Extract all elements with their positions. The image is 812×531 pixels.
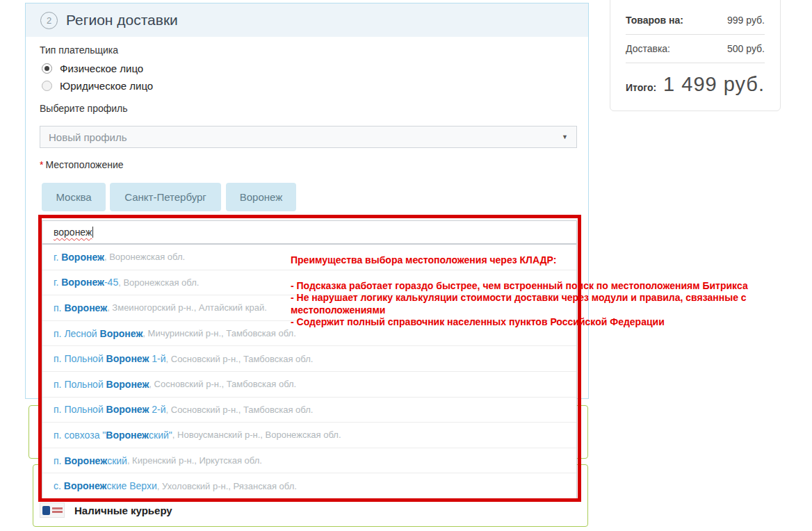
suggestion-match: Воронеж: [100, 328, 143, 339]
location-label: *Местоположение: [40, 159, 124, 170]
suggestion-before: Польной: [64, 353, 106, 364]
items-total-label: Товаров на:: [626, 15, 683, 26]
suggestion-prefix: п.: [54, 302, 64, 313]
cash-courier-logo-icon: [40, 503, 65, 518]
suggestion-prefix: п.: [54, 379, 64, 390]
suggestion-match: Воронеж: [106, 353, 149, 364]
suggestion-match: Воронеж: [64, 455, 107, 466]
suggestion-region: , Воронежская обл.: [104, 252, 185, 262]
city-button-voronezh[interactable]: Воронеж: [226, 183, 296, 211]
suggestion-match: Воронеж: [64, 480, 107, 491]
suggestion-after: -45: [104, 277, 118, 288]
suggestion-prefix: п.: [54, 404, 64, 415]
suggestion-item[interactable]: п. Воронеж, Змеиногорский р-н., Алтайски…: [42, 295, 576, 320]
grand-total-label: Итого:: [626, 82, 656, 93]
payment-method-label: Наличные курьеру: [74, 505, 172, 516]
required-asterisk: *: [40, 159, 43, 170]
suggestion-match: Воронеж: [106, 430, 149, 441]
suggestion-match: Воронеж: [64, 302, 107, 313]
location-search-value: воронеж: [54, 227, 92, 238]
suggestion-region: , Змеиногорский р-н., Алтайский край.: [107, 302, 267, 313]
divider: [626, 34, 765, 35]
suggestion-region: , Новоусманский р-н., Воронежская обл.: [172, 430, 341, 440]
suggestion-match: Воронеж: [106, 404, 149, 415]
text-cursor: [92, 227, 93, 238]
suggestion-item[interactable]: п. совхоза "Воронежский", Новоусманский …: [42, 422, 576, 448]
suggestion-region: , Киренский р-н., Иркутская обл.: [127, 455, 262, 466]
profile-select[interactable]: Новый профиль ▼: [40, 126, 577, 148]
suggestion-before: Лесной: [64, 328, 99, 339]
payment-method-cash-courier[interactable]: Наличные курьеру: [40, 503, 172, 518]
payer-type-label: Тип плательщика: [40, 44, 118, 56]
suggestion-match: Воронеж: [106, 379, 149, 390]
delivery-cost-value: 500 руб.: [727, 43, 765, 54]
profile-selected-value: Новый профиль: [49, 131, 127, 143]
city-button-moscow[interactable]: Москва: [42, 183, 106, 211]
city-button-spb[interactable]: Санкт-Петербург: [110, 183, 221, 211]
suggestion-prefix: п.: [54, 430, 64, 441]
suggestion-item[interactable]: г. Воронеж, Воронежская обл.: [42, 245, 576, 270]
suggestion-region: , Ухоловский р-н., Рязанская обл.: [157, 481, 297, 491]
radio-label: Юридическое лицо: [60, 80, 153, 92]
suggestion-item[interactable]: п. Воронежский, Киренский р-н., Иркутска…: [42, 448, 576, 473]
suggestion-prefix: с.: [54, 480, 64, 491]
delivery-cost-label: Доставка:: [626, 43, 670, 54]
suggestion-item[interactable]: г. Воронеж-45, Воронежская обл.: [42, 270, 576, 295]
profile-label: Выберите профиль: [40, 103, 128, 114]
suggestion-region: , Сосновский р-н., Тамбовская обл.: [166, 354, 314, 364]
suggestion-prefix: г.: [54, 252, 61, 263]
location-search-input[interactable]: воронеж: [42, 220, 577, 244]
suggestion-match: Воронеж: [61, 252, 104, 263]
suggestion-region: , Мичуринский р-н., Тамбовская обл.: [143, 328, 295, 338]
step-number-badge: 2: [40, 12, 58, 29]
suggestion-match: Воронеж: [61, 277, 104, 288]
payer-type-radio-individual[interactable]: Физическое лицо: [42, 63, 143, 74]
suggestion-prefix: п.: [54, 328, 64, 339]
suggestion-region: , Сосновский р-н., Тамбовская обл.: [149, 379, 296, 389]
suggestion-item[interactable]: п. Лесной Воронеж, Мичуринский р-н., Там…: [42, 320, 576, 346]
suggestion-item[interactable]: с. Воронежские Верхи, Ухоловский р-н., Р…: [42, 473, 576, 498]
suggestion-item[interactable]: п. Польной Воронеж 2-й, Сосновский р-н.,…: [42, 397, 576, 423]
radio-unselected-icon[interactable]: [42, 81, 52, 91]
suggestion-after: ские Верхи: [107, 480, 157, 491]
suggestion-after: ский": [149, 430, 172, 441]
divider: [626, 63, 765, 63]
suggestion-before: Польной: [64, 379, 106, 390]
suggestion-after: 1-й: [149, 353, 165, 364]
chevron-down-icon: ▼: [562, 133, 568, 140]
suggestion-before: Польной: [64, 404, 106, 415]
suggestion-region: , Воронежская обл.: [118, 277, 199, 288]
radio-selected-icon[interactable]: [42, 63, 52, 74]
items-total-value: 999 руб.: [727, 15, 765, 26]
suggestion-before: совхоза ": [64, 430, 106, 441]
order-summary-box: Товаров на: 999 руб. Доставка: 500 руб. …: [610, 0, 781, 111]
section-header: 2 Регион доставки: [26, 3, 588, 37]
suggestion-region: , Сосновский р-н., Тамбовская обл.: [166, 405, 314, 415]
suggestion-after: ский: [107, 455, 127, 466]
suggestion-prefix: п.: [54, 455, 64, 466]
suggestion-item[interactable]: п. Польной Воронеж 1-й, Сосновский р-н.,…: [42, 345, 576, 371]
section-title: Регион доставки: [66, 12, 178, 28]
suggestion-after: 2-й: [149, 404, 165, 415]
location-suggestions-dropdown: г. Воронеж, Воронежская обл. г. Воронеж-…: [42, 244, 577, 499]
suggestion-prefix: п.: [54, 353, 64, 364]
grand-total-value: 1 499 руб.: [663, 73, 765, 96]
suggestion-item[interactable]: п. Польной Воронеж, Сосновский р-н., Там…: [42, 371, 576, 397]
suggestion-prefix: г.: [54, 277, 61, 288]
checkout-page: 2 Регион доставки Тип плательщика Физиче…: [0, 0, 812, 531]
payer-type-radio-company[interactable]: Юридическое лицо: [42, 80, 153, 92]
location-label-text: Местоположение: [45, 159, 123, 170]
radio-label: Физическое лицо: [60, 63, 143, 74]
